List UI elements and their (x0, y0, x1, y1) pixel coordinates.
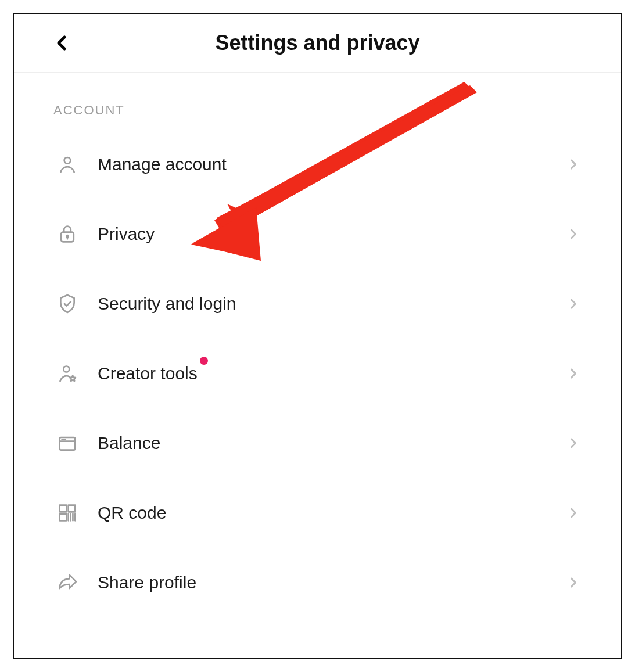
header: Settings and privacy (14, 14, 621, 73)
menu-label: Share profile (98, 573, 565, 592)
back-button[interactable] (49, 30, 74, 56)
chevron-right-icon (565, 296, 582, 312)
menu-label: Creator tools (98, 364, 565, 383)
menu-label: Privacy (98, 224, 565, 244)
menu-item-balance[interactable]: Balance (35, 408, 600, 478)
svg-rect-8 (60, 505, 67, 512)
person-icon (53, 150, 81, 178)
chevron-right-icon (565, 365, 582, 382)
chevron-left-icon (50, 31, 73, 55)
menu-item-creator-tools[interactable]: Creator tools (35, 339, 600, 408)
svg-rect-10 (60, 514, 67, 521)
svg-point-0 (64, 157, 71, 164)
wallet-icon (53, 429, 81, 457)
new-badge-dot (200, 357, 208, 365)
menu-item-manage-account[interactable]: Manage account (35, 130, 600, 199)
menu-label: QR code (98, 503, 565, 523)
menu-item-privacy[interactable]: Privacy (35, 199, 600, 269)
menu-item-security-login[interactable]: Security and login (35, 269, 600, 339)
menu-label-text: Creator tools (98, 364, 198, 383)
menu-label: Balance (98, 433, 565, 453)
section-label-account: ACCOUNT (14, 73, 621, 130)
chevron-right-icon (565, 574, 582, 591)
svg-rect-9 (69, 505, 76, 512)
page-title: Settings and privacy (14, 31, 621, 55)
qr-code-icon (53, 499, 81, 527)
chevron-right-icon (565, 505, 582, 521)
share-icon (53, 569, 81, 596)
person-star-icon (53, 360, 81, 387)
lock-icon (53, 220, 81, 248)
chevron-right-icon (565, 156, 582, 173)
menu-label: Security and login (98, 294, 565, 314)
menu-item-qr-code[interactable]: QR code (35, 478, 600, 548)
menu-list: Manage account Privacy Security and logi… (14, 130, 621, 617)
menu-item-share-profile[interactable]: Share profile (35, 548, 600, 617)
chevron-right-icon (565, 435, 582, 451)
svg-point-4 (63, 366, 69, 372)
app-frame: Settings and privacy ACCOUNT Manage acco… (13, 13, 622, 659)
chevron-right-icon (565, 226, 582, 242)
shield-check-icon (53, 290, 81, 318)
menu-label: Manage account (98, 154, 565, 174)
